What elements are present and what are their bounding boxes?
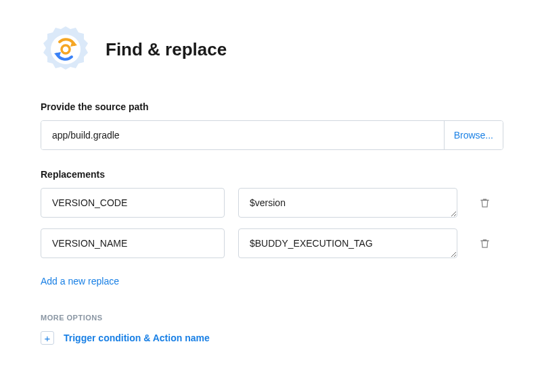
replace-input[interactable]: $BUDDY_EXECUTION_TAG bbox=[238, 228, 457, 258]
replace-input[interactable]: $version bbox=[238, 188, 457, 218]
replacements-label: Replacements bbox=[41, 169, 503, 180]
plus-icon: + bbox=[41, 331, 54, 345]
replacement-row: $BUDDY_EXECUTION_TAG bbox=[41, 228, 503, 258]
trigger-condition-row[interactable]: + Trigger condition & Action name bbox=[41, 331, 503, 345]
trigger-condition-label: Trigger condition & Action name bbox=[64, 333, 210, 343]
add-replace-link[interactable]: Add a new replace bbox=[41, 276, 119, 287]
more-options-label: MORE OPTIONS bbox=[41, 314, 503, 322]
browse-button[interactable]: Browse... bbox=[444, 121, 503, 149]
trash-icon bbox=[479, 197, 491, 209]
source-path-input[interactable] bbox=[41, 121, 444, 149]
find-replace-icon bbox=[41, 24, 91, 74]
delete-button[interactable] bbox=[471, 188, 498, 218]
source-path-row: Browse... bbox=[41, 120, 503, 150]
find-input[interactable] bbox=[41, 188, 225, 218]
find-input[interactable] bbox=[41, 228, 225, 258]
delete-button[interactable] bbox=[471, 228, 498, 258]
replacement-row: $version bbox=[41, 188, 503, 218]
source-path-label: Provide the source path bbox=[41, 101, 503, 112]
header: Find & replace bbox=[41, 24, 503, 74]
page-title: Find & replace bbox=[106, 39, 227, 60]
trash-icon bbox=[479, 238, 491, 249]
